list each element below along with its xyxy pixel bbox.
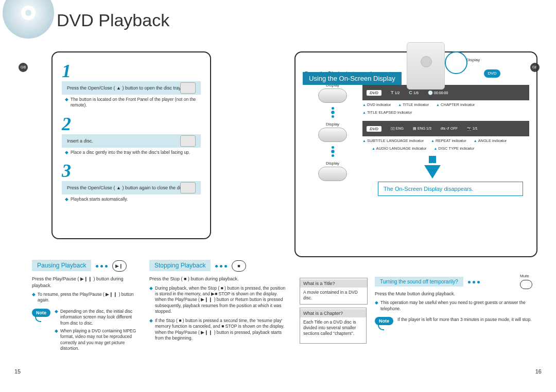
angle-value: 1/1	[473, 127, 478, 130]
indicator-row-2: ▲ SUBTITLE LANGUAGE indicator ▲ REPEAT i…	[362, 138, 529, 151]
subtitle-indicator-label: SUBTITLE LANGUAGE indicator	[367, 138, 424, 143]
stopping-b2: If the Stop ( ■ ) button is pressed a se…	[155, 318, 288, 342]
disc-decoration-icon	[0, 0, 57, 46]
page-number-left: 15	[14, 368, 21, 375]
mute-section: Turning the sound off temporarily? Press…	[375, 277, 533, 325]
what-is-chapter-box: What is a Chapter? Each Title on a DVD d…	[300, 308, 367, 344]
step-2-bullet: Place a disc gently into the tray with t…	[71, 150, 190, 155]
step-1-box: Press the Open/Close ( ▲ ) button to ope…	[62, 81, 201, 95]
pausing-playback-section: Pausing Playback ▶❙ Press the Play/Pause…	[32, 260, 140, 352]
angle-indicator-label: ANGLE indicator	[478, 138, 507, 143]
step-2-number: 2	[62, 115, 201, 133]
step-3-number: 3	[62, 162, 201, 180]
step-1-number: 1	[62, 62, 201, 80]
repeat-indicator-label: REPEAT indicator	[436, 138, 466, 143]
indicator-row-1: ▲ DVD indicator ▲ TITLE indicator ▲ CHAP…	[362, 102, 529, 115]
display-button-icon-3	[318, 167, 347, 181]
osd-disappear-box: The On-Screen Display disappears.	[378, 182, 523, 196]
play-pause-icon: ▶❙	[112, 260, 127, 272]
step-3-text: Press the Open/Close ( ▲ ) button again …	[67, 185, 195, 190]
repeat-icon: ↺	[446, 127, 449, 130]
display-label-2: Display	[326, 122, 339, 127]
svg-point-2	[25, 10, 31, 16]
dvd-logo-icon: DVD	[367, 90, 381, 96]
disc-indicator-label: DISC TYPE indicator	[439, 146, 475, 151]
what-is-chapter-a: Each Title on a DVD disc is divided into…	[300, 319, 366, 336]
display-button-icon	[318, 88, 347, 103]
chapter-letter: C	[409, 90, 412, 95]
down-arrow-icon	[424, 156, 441, 179]
title-letter: T	[391, 90, 394, 95]
pausing-b1: To resume, press the Play/Pause ( ▶❙❙ ) …	[38, 292, 140, 304]
pausing-n2: When playing a DVD containing MPEG forma…	[60, 328, 140, 352]
page-title: DVD Playback	[57, 10, 169, 30]
stopping-playback-section: Stopping Playback ■ Press the Stop ( ■ )…	[149, 260, 288, 342]
mute-head: Turning the sound off temporarily?	[375, 277, 463, 287]
elapsed-indicator-label: TITLE ELAPSED indicator	[367, 110, 412, 115]
remote-control-icon	[407, 42, 445, 90]
stopping-p1: Press the Stop ( ■ ) button during playb…	[149, 276, 288, 282]
title-indicator-label: TITLE indicator	[403, 102, 429, 107]
stopping-head: Stopping Playback	[149, 260, 211, 271]
osd-bar-2: DVD ▯▯ ENG ▤ ENG 1/3 dts ↺ OFF 📷 1/1	[362, 121, 529, 136]
elapsed-time: 00:00:00	[434, 91, 448, 95]
display-button-icon-2	[318, 128, 347, 142]
step-1-bullet: The button is located on the Front Panel…	[71, 97, 198, 109]
step-3-bullet: Playback starts automatically.	[71, 197, 128, 202]
pausing-n1: Depending on the disc, the initial disc …	[60, 309, 140, 326]
dvd-logo-icon-2: DVD	[367, 126, 381, 132]
stop-icon: ■	[232, 260, 246, 272]
dvd-indicator-label: DVD indicator	[367, 102, 391, 107]
angle-icon: 📷	[467, 127, 472, 130]
note-badge-2: Note	[375, 317, 393, 325]
pausing-p1: Press the Play/Pause ( ▶❙❙ ) button duri…	[32, 276, 140, 288]
osd-section-header: Using the On-Screen Display	[303, 72, 402, 85]
what-is-title-q: What is a Title?	[300, 279, 367, 288]
tray-button-icon-2	[180, 182, 196, 193]
subtitle-icon: ▤	[413, 127, 416, 130]
playback-steps-card: 1 Press the Open/Close ( ▲ ) button to o…	[51, 51, 211, 239]
display-label-3: Display	[326, 161, 339, 166]
step-2-text: Insert a disc.	[67, 138, 93, 144]
chapter-value: 1/8	[413, 91, 419, 95]
chapter-indicator-label: CHAPTER indicator	[441, 102, 475, 107]
step-3-box: Press the Open/Close ( ▲ ) button again …	[62, 181, 201, 194]
mute-b1: This operation may be useful when you ne…	[380, 300, 533, 312]
dts-icon: dts	[441, 127, 445, 130]
audio-indicator-label: AUDIO LANGUAGE indicator	[376, 146, 427, 151]
mute-p1: Press the Mute button during playback.	[375, 291, 533, 297]
page-number-right: 16	[535, 368, 542, 375]
repeat-state: OFF	[450, 127, 458, 130]
clock-icon: 🕓	[428, 91, 433, 95]
what-is-chapter-q: What is a Chapter?	[300, 309, 366, 317]
dvd-badge: DVD	[484, 69, 500, 78]
mute-note: If the player is left for more than 3 mi…	[397, 317, 533, 323]
audio-lang: ENG	[396, 127, 404, 130]
disc-tray-icon	[180, 135, 196, 147]
tray-button-icon	[180, 82, 196, 94]
note-badge: Note	[32, 309, 50, 317]
subtitle-lang: ENG 1/3	[418, 127, 431, 130]
step-2-box: Insert a disc.	[62, 134, 201, 148]
what-is-title-box: What is a Title? A movie contained in a …	[300, 278, 368, 305]
step-1-text: Press the Open/Close ( ▲ ) button to ope…	[67, 85, 182, 91]
title-value: 1/2	[395, 91, 400, 95]
dolby-icon: ▯▯	[391, 127, 395, 130]
osd-bar-1: DVD T 1/2 C 1/8 🕓 00:00:00	[362, 85, 529, 100]
region-badge-left: GB	[19, 63, 28, 72]
what-is-title-a: A movie contained in a DVD disc.	[300, 290, 367, 301]
display-button-highlight-icon	[445, 51, 467, 74]
stopping-b1: During playback, when the Stop ( ■ ) but…	[155, 286, 288, 315]
display-press-sequence: Display Display Display	[303, 80, 362, 185]
pausing-head: Pausing Playback	[32, 260, 91, 271]
